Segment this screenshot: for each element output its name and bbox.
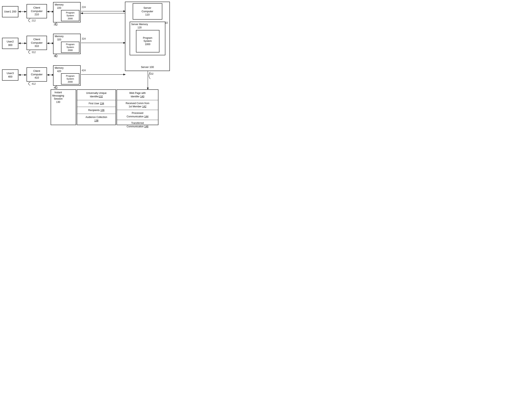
server100-label: Server 100 bbox=[125, 66, 169, 69]
mem320-inner: ProgramSystem2000 bbox=[61, 42, 79, 53]
webpage-row: Web Page withIdentifer 140 bbox=[117, 90, 158, 100]
cc410-box: ClientComputer410 bbox=[27, 67, 47, 82]
ref424-label: 424 bbox=[82, 69, 86, 72]
webpage-table-box: Web Page withIdentifer 140 Received Comm… bbox=[117, 89, 158, 125]
mem420-inner: ProgramSystem2000 bbox=[61, 73, 79, 84]
ref322-label: 322 bbox=[54, 55, 58, 58]
user2-box: User2300 bbox=[2, 38, 18, 49]
transferred-comm-row: TransferredCommunication 146 bbox=[117, 120, 158, 130]
ref222-label: 222 bbox=[54, 23, 58, 26]
ref422-label: 422 bbox=[54, 86, 58, 89]
ref102-label: 102 bbox=[149, 72, 153, 75]
ref312-label: 312 bbox=[32, 51, 36, 54]
server-program-inner: ProgramSystem1000 bbox=[136, 30, 160, 52]
bracket-svg bbox=[0, 0, 204, 167]
diagram: User1 200 User2300 User3400 ClientComput… bbox=[0, 0, 204, 167]
cc310-box: ClientComputer310 bbox=[27, 36, 47, 50]
recipients-row: Recipients 136 bbox=[77, 107, 115, 114]
processed-comm-row: ProcessedCommunication 144 bbox=[117, 110, 158, 120]
server-outer-box: ServerComputer110 122 Server Memory120 P… bbox=[125, 2, 170, 71]
user1-box: User1 200 bbox=[2, 6, 18, 17]
uuid-row: Universally UniqueIdentifer132 bbox=[77, 90, 115, 100]
im-session-box: InstantMessagingSession130 bbox=[51, 89, 76, 125]
audience-row: Audience Collection138 bbox=[77, 114, 115, 124]
mem220-inner: ProgramSystem2000 bbox=[61, 10, 79, 21]
mem420-outer: Memory420 ProgramSystem2000 bbox=[53, 65, 81, 86]
mem320-outer: Memory320 ProgramSystem2000 bbox=[53, 34, 81, 54]
ref224-label: 224 bbox=[82, 6, 86, 8]
cc210-box: ClientComputer210 bbox=[27, 4, 47, 18]
arrows-svg bbox=[0, 0, 204, 167]
user3-box: User3400 bbox=[2, 69, 18, 81]
ref412-label: 412 bbox=[32, 82, 36, 85]
uuid-table-box: Universally UniqueIdentifer132 First Use… bbox=[77, 89, 116, 125]
firstuser-row: First User 134 bbox=[77, 100, 115, 107]
ref324-label: 324 bbox=[82, 37, 86, 40]
server-memory-box: Server Memory120 ProgramSystem1000 bbox=[130, 22, 165, 55]
received-comm-row: Received Comm from1st Member 142 bbox=[117, 100, 158, 110]
mem220-outer: Memory220 ProgramSystem2000 bbox=[53, 2, 81, 22]
ref212-label: 212 bbox=[32, 19, 36, 22]
server-computer-box: ServerComputer110 bbox=[133, 3, 162, 20]
